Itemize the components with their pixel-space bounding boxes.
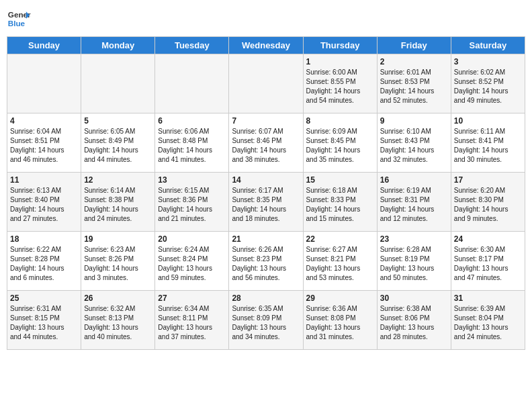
day-number: 9 — [380, 116, 448, 126]
weekday-header: Saturday — [451, 37, 525, 54]
svg-text:Blue: Blue — [8, 19, 26, 28]
day-info: Sunrise: 6:19 AM Sunset: 8:31 PM Dayligh… — [380, 186, 448, 224]
day-number: 3 — [454, 57, 522, 66]
day-number: 16 — [380, 175, 448, 185]
day-number: 27 — [158, 293, 226, 303]
calendar-cell: 22Sunrise: 6:27 AM Sunset: 8:21 PM Dayli… — [303, 232, 377, 291]
day-number: 4 — [10, 116, 78, 126]
calendar-cell: 15Sunrise: 6:18 AM Sunset: 8:33 PM Dayli… — [303, 173, 377, 232]
calendar-cell: 16Sunrise: 6:19 AM Sunset: 8:31 PM Dayli… — [377, 173, 451, 232]
calendar-week-row: 1Sunrise: 6:00 AM Sunset: 8:55 PM Daylig… — [7, 54, 525, 113]
calendar-cell: 4Sunrise: 6:04 AM Sunset: 8:51 PM Daylig… — [7, 113, 81, 173]
weekday-header: Friday — [377, 37, 451, 54]
day-number: 6 — [158, 116, 226, 126]
day-info: Sunrise: 6:20 AM Sunset: 8:30 PM Dayligh… — [454, 186, 522, 224]
day-number: 8 — [306, 116, 374, 126]
day-info: Sunrise: 6:14 AM Sunset: 8:38 PM Dayligh… — [84, 186, 152, 224]
calendar-cell: 28Sunrise: 6:35 AM Sunset: 8:09 PM Dayli… — [229, 291, 303, 350]
calendar-cell: 19Sunrise: 6:23 AM Sunset: 8:26 PM Dayli… — [81, 232, 155, 291]
day-info: Sunrise: 6:36 AM Sunset: 8:08 PM Dayligh… — [306, 304, 374, 342]
day-number: 25 — [10, 293, 78, 303]
calendar-cell: 21Sunrise: 6:26 AM Sunset: 8:23 PM Dayli… — [229, 232, 303, 291]
calendar-week-row: 18Sunrise: 6:22 AM Sunset: 8:28 PM Dayli… — [7, 232, 525, 291]
calendar-week-row: 11Sunrise: 6:13 AM Sunset: 8:40 PM Dayli… — [7, 173, 525, 232]
calendar-cell: 25Sunrise: 6:31 AM Sunset: 8:15 PM Dayli… — [7, 291, 81, 350]
day-info: Sunrise: 6:13 AM Sunset: 8:40 PM Dayligh… — [10, 186, 78, 224]
logo-icon: General Blue — [7, 7, 31, 31]
day-info: Sunrise: 6:39 AM Sunset: 8:04 PM Dayligh… — [454, 304, 522, 342]
day-info: Sunrise: 6:10 AM Sunset: 8:43 PM Dayligh… — [380, 127, 448, 165]
calendar-cell — [81, 54, 155, 113]
day-info: Sunrise: 6:07 AM Sunset: 8:46 PM Dayligh… — [232, 127, 300, 165]
calendar-cell — [229, 54, 303, 113]
calendar-cell: 5Sunrise: 6:05 AM Sunset: 8:49 PM Daylig… — [81, 113, 155, 173]
day-info: Sunrise: 6:35 AM Sunset: 8:09 PM Dayligh… — [232, 304, 300, 342]
calendar-cell: 23Sunrise: 6:28 AM Sunset: 8:19 PM Dayli… — [377, 232, 451, 291]
day-info: Sunrise: 6:30 AM Sunset: 8:17 PM Dayligh… — [454, 245, 522, 283]
calendar-cell: 2Sunrise: 6:01 AM Sunset: 8:53 PM Daylig… — [377, 54, 451, 113]
day-info: Sunrise: 6:00 AM Sunset: 8:55 PM Dayligh… — [306, 68, 374, 105]
day-number: 10 — [454, 116, 522, 126]
calendar-cell — [155, 54, 229, 113]
calendar-cell: 9Sunrise: 6:10 AM Sunset: 8:43 PM Daylig… — [377, 113, 451, 173]
day-info: Sunrise: 6:04 AM Sunset: 8:51 PM Dayligh… — [10, 127, 78, 165]
calendar-cell: 6Sunrise: 6:06 AM Sunset: 8:48 PM Daylig… — [155, 113, 229, 173]
day-number: 21 — [232, 234, 300, 244]
calendar-cell: 10Sunrise: 6:11 AM Sunset: 8:41 PM Dayli… — [451, 113, 525, 173]
calendar-cell: 29Sunrise: 6:36 AM Sunset: 8:08 PM Dayli… — [303, 291, 377, 350]
calendar-table: SundayMondayTuesdayWednesdayThursdayFrid… — [7, 36, 525, 350]
day-info: Sunrise: 6:23 AM Sunset: 8:26 PM Dayligh… — [84, 245, 152, 283]
page-header: General Blue — [7, 7, 525, 31]
calendar-cell: 3Sunrise: 6:02 AM Sunset: 8:52 PM Daylig… — [451, 54, 525, 113]
day-number: 31 — [454, 293, 522, 303]
calendar-cell: 14Sunrise: 6:17 AM Sunset: 8:35 PM Dayli… — [229, 173, 303, 232]
day-info: Sunrise: 6:18 AM Sunset: 8:33 PM Dayligh… — [306, 186, 374, 224]
day-number: 13 — [158, 175, 226, 185]
day-info: Sunrise: 6:15 AM Sunset: 8:36 PM Dayligh… — [158, 186, 226, 224]
calendar-cell: 30Sunrise: 6:38 AM Sunset: 8:06 PM Dayli… — [377, 291, 451, 350]
day-number: 20 — [158, 234, 226, 244]
calendar-cell: 24Sunrise: 6:30 AM Sunset: 8:17 PM Dayli… — [451, 232, 525, 291]
calendar-cell: 7Sunrise: 6:07 AM Sunset: 8:46 PM Daylig… — [229, 113, 303, 173]
weekday-header: Wednesday — [229, 37, 303, 54]
day-number: 28 — [232, 293, 300, 303]
day-info: Sunrise: 6:17 AM Sunset: 8:35 PM Dayligh… — [232, 186, 300, 224]
day-number: 7 — [232, 116, 300, 126]
day-number: 11 — [10, 175, 78, 185]
calendar-cell: 17Sunrise: 6:20 AM Sunset: 8:30 PM Dayli… — [451, 173, 525, 232]
calendar-cell: 11Sunrise: 6:13 AM Sunset: 8:40 PM Dayli… — [7, 173, 81, 232]
day-info: Sunrise: 6:01 AM Sunset: 8:53 PM Dayligh… — [380, 68, 448, 105]
logo: General Blue — [7, 7, 31, 31]
calendar-week-row: 25Sunrise: 6:31 AM Sunset: 8:15 PM Dayli… — [7, 291, 525, 350]
day-number: 14 — [232, 175, 300, 185]
day-number: 18 — [10, 234, 78, 244]
day-number: 29 — [306, 293, 374, 303]
day-info: Sunrise: 6:32 AM Sunset: 8:13 PM Dayligh… — [84, 304, 152, 342]
day-number: 2 — [380, 57, 448, 66]
day-info: Sunrise: 6:06 AM Sunset: 8:48 PM Dayligh… — [158, 127, 226, 165]
calendar-cell: 18Sunrise: 6:22 AM Sunset: 8:28 PM Dayli… — [7, 232, 81, 291]
day-info: Sunrise: 6:11 AM Sunset: 8:41 PM Dayligh… — [454, 127, 522, 165]
day-info: Sunrise: 6:22 AM Sunset: 8:28 PM Dayligh… — [10, 245, 78, 283]
weekday-header: Sunday — [7, 37, 81, 54]
day-number: 12 — [84, 175, 152, 185]
calendar-cell — [7, 54, 81, 113]
calendar-cell: 20Sunrise: 6:24 AM Sunset: 8:24 PM Dayli… — [155, 232, 229, 291]
day-info: Sunrise: 6:28 AM Sunset: 8:19 PM Dayligh… — [380, 245, 448, 283]
calendar-cell: 1Sunrise: 6:00 AM Sunset: 8:55 PM Daylig… — [303, 54, 377, 113]
calendar-cell: 27Sunrise: 6:34 AM Sunset: 8:11 PM Dayli… — [155, 291, 229, 350]
day-number: 23 — [380, 234, 448, 244]
day-info: Sunrise: 6:24 AM Sunset: 8:24 PM Dayligh… — [158, 245, 226, 283]
calendar-cell: 13Sunrise: 6:15 AM Sunset: 8:36 PM Dayli… — [155, 173, 229, 232]
calendar-cell: 31Sunrise: 6:39 AM Sunset: 8:04 PM Dayli… — [451, 291, 525, 350]
day-number: 17 — [454, 175, 522, 185]
day-number: 1 — [306, 57, 374, 66]
day-number: 26 — [84, 293, 152, 303]
day-info: Sunrise: 6:02 AM Sunset: 8:52 PM Dayligh… — [454, 68, 522, 105]
day-number: 24 — [454, 234, 522, 244]
calendar-cell: 26Sunrise: 6:32 AM Sunset: 8:13 PM Dayli… — [81, 291, 155, 350]
day-number: 22 — [306, 234, 374, 244]
day-number: 30 — [380, 293, 448, 303]
day-info: Sunrise: 6:27 AM Sunset: 8:21 PM Dayligh… — [306, 245, 374, 283]
weekday-header: Monday — [81, 37, 155, 54]
